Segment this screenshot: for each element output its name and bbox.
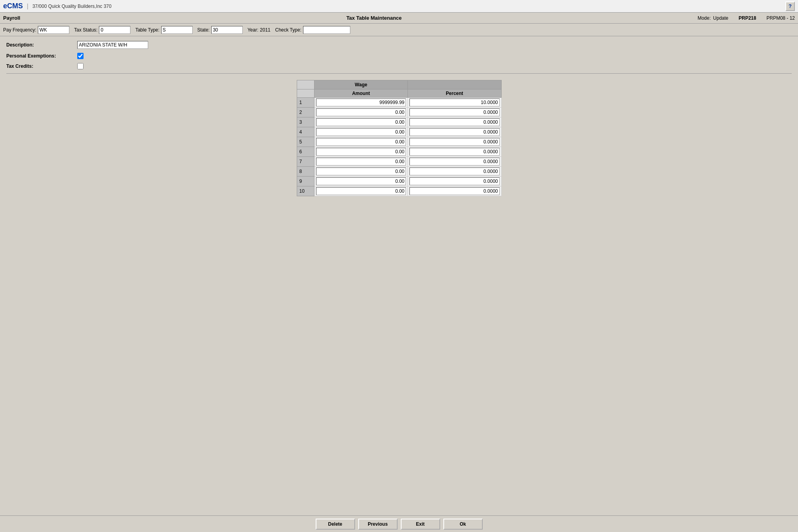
table-row: 10 — [297, 186, 501, 196]
percent-cell-10 — [408, 186, 501, 196]
personal-exemptions-label: Personal Exemptions: — [6, 53, 77, 59]
percent-cell-3 — [408, 117, 501, 127]
percent-input-2[interactable] — [409, 108, 499, 116]
amount-cell-5 — [314, 137, 407, 147]
title-bar: eCMS | 37/000 Quick Quality Builders,Inc… — [0, 0, 798, 13]
year-group: Year: 2011 — [247, 27, 270, 33]
delete-button[interactable]: Delete — [316, 519, 355, 530]
row-number-2: 2 — [297, 108, 314, 117]
percent-input-8[interactable] — [409, 167, 499, 175]
state-input[interactable] — [211, 26, 243, 34]
year-value: 2011 — [260, 27, 271, 33]
percent-cell-9 — [408, 177, 501, 186]
year-label: Year: — [247, 27, 259, 33]
amount-cell-6 — [314, 147, 407, 157]
percent-cell-8 — [408, 167, 501, 177]
screen-title: Tax Table Maintenance — [50, 15, 698, 21]
description-label: Description: — [6, 42, 77, 48]
percent-input-4[interactable] — [409, 128, 499, 136]
mode-label: Mode: — [698, 15, 711, 21]
percent-input-6[interactable] — [409, 148, 499, 156]
table-row: 2 — [297, 108, 501, 117]
row-number-3: 3 — [297, 117, 314, 127]
tax-credits-row: Tax Credits: — [6, 63, 792, 69]
table-type-label: Table Type: — [135, 27, 159, 33]
table-type-input[interactable] — [161, 26, 193, 34]
amount-cell-8 — [314, 167, 407, 177]
table-row: 7 — [297, 157, 501, 167]
state-label: State: — [197, 27, 210, 33]
percent-header: Percent — [408, 89, 501, 98]
state-group: State: — [197, 26, 243, 34]
amount-input-1[interactable] — [316, 99, 406, 106]
row-num-header-top — [297, 80, 314, 89]
amount-input-4[interactable] — [316, 128, 406, 136]
percent-input-5[interactable] — [409, 138, 499, 146]
amount-input-7[interactable] — [316, 158, 406, 166]
tax-status-input[interactable] — [99, 26, 130, 34]
percent-input-3[interactable] — [409, 118, 499, 126]
section-divider — [6, 73, 792, 74]
row-number-7: 7 — [297, 157, 314, 167]
amount-input-10[interactable] — [316, 187, 406, 195]
table-type-group: Table Type: — [135, 26, 192, 34]
table-row: 4 — [297, 127, 501, 137]
row-num-header-sub — [297, 89, 314, 98]
tax-credits-checkbox[interactable] — [77, 63, 84, 69]
personal-exemptions-checkbox[interactable] — [77, 53, 84, 59]
amount-input-6[interactable] — [316, 148, 406, 156]
amount-input-2[interactable] — [316, 108, 406, 116]
percent-cell-1 — [408, 98, 501, 108]
mode-section: Mode: Update PRP218 PRPM08 - 12 — [698, 15, 795, 21]
amount-input-5[interactable] — [316, 138, 406, 146]
wage-header: Wage — [314, 80, 407, 89]
percent-input-1[interactable] — [409, 99, 499, 106]
percent-cell-6 — [408, 147, 501, 157]
amount-cell-3 — [314, 117, 407, 127]
previous-button[interactable]: Previous — [358, 519, 398, 530]
main-content: Description: Personal Exemptions: Tax Cr… — [0, 36, 798, 515]
tax-status-label: Tax Status: — [74, 27, 97, 33]
amount-cell-10 — [314, 186, 407, 196]
table-row: 8 — [297, 167, 501, 177]
help-button[interactable]: ? — [785, 2, 795, 11]
table-row: 6 — [297, 147, 501, 157]
amount-input-8[interactable] — [316, 167, 406, 175]
row-number-1: 1 — [297, 98, 314, 108]
percent-cell-4 — [408, 127, 501, 137]
check-type-group: Check Type: — [275, 26, 350, 34]
screen-id: PRPM08 - 12 — [766, 15, 795, 21]
table-row: 1 — [297, 98, 501, 108]
percent-cell-7 — [408, 157, 501, 167]
description-input[interactable] — [77, 41, 148, 49]
check-type-input[interactable] — [303, 26, 350, 34]
bottom-bar: Delete Previous Exit Ok — [0, 515, 798, 532]
check-type-label: Check Type: — [275, 27, 301, 33]
amount-cell-4 — [314, 127, 407, 137]
percent-input-9[interactable] — [409, 177, 499, 185]
table-body: 12345678910 — [297, 98, 501, 196]
title-divider: | — [27, 3, 28, 10]
amount-header: Amount — [314, 89, 407, 98]
table-row: 3 — [297, 117, 501, 127]
company-info: 37/000 Quick Quality Builders,Inc 370 — [32, 4, 785, 9]
module-name: Payroll — [3, 15, 50, 21]
mode-value: Update — [713, 15, 729, 21]
row-number-8: 8 — [297, 167, 314, 177]
amount-input-3[interactable] — [316, 118, 406, 126]
amount-input-9[interactable] — [316, 177, 406, 185]
table-row: 5 — [297, 137, 501, 147]
pay-frequency-input[interactable] — [38, 26, 69, 34]
ok-button[interactable]: Ok — [443, 519, 483, 530]
percent-input-10[interactable] — [409, 187, 499, 195]
amount-cell-7 — [314, 157, 407, 167]
exit-button[interactable]: Exit — [401, 519, 440, 530]
row-number-9: 9 — [297, 177, 314, 186]
percent-input-7[interactable] — [409, 158, 499, 166]
screen-code: PRP218 — [738, 15, 756, 21]
wage-table: Wage Amount Percent 12345678910 — [297, 80, 502, 196]
pay-frequency-label: Pay Frequency: — [3, 27, 36, 33]
percent-cell-2 — [408, 108, 501, 117]
module-bar: Payroll Tax Table Maintenance Mode: Upda… — [0, 13, 798, 24]
amount-cell-9 — [314, 177, 407, 186]
